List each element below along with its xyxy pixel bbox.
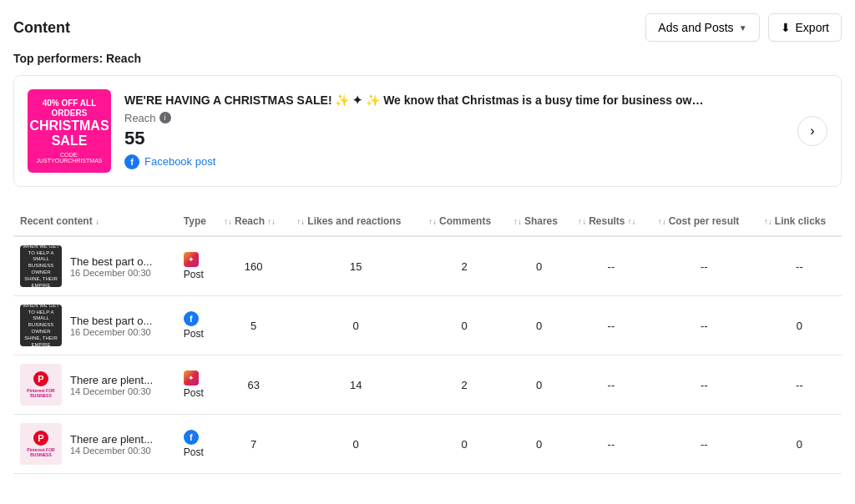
thumbnail-code-text: CODE: JUSTYOURCHRISTMAS	[33, 152, 106, 164]
results-cell: --	[571, 415, 650, 474]
facebook-icon: f	[124, 154, 139, 169]
col-comments-label: Comments	[439, 215, 491, 227]
reach-label: Reach	[124, 112, 156, 124]
sort-icon-reach[interactable]: ↑↓	[267, 217, 276, 226]
shares-cell: 0	[507, 296, 571, 355]
shares-cell: 0	[507, 415, 571, 474]
col-comments: ↑↓ Comments	[422, 207, 507, 236]
export-button[interactable]: ⬇ Export	[768, 13, 842, 42]
col-type-label: Type	[184, 215, 206, 227]
sort-icon-likes[interactable]: ↑↓	[296, 217, 305, 226]
sort-icon-recent[interactable]: ↓	[95, 217, 99, 226]
info-icon[interactable]: i	[159, 112, 171, 123]
pinterest-logo: P	[33, 431, 48, 446]
performer-platform: f Facebook post	[124, 154, 827, 169]
content-table-container: Recent content ↓ Type ↑↓ Reach ↑↓	[13, 207, 842, 474]
type-cell: f Post	[177, 296, 217, 355]
reach-label-row: Reach i	[124, 112, 827, 124]
row-thumbnail: WHEN WE GET TO HELP A SMALL BUSINESS OWN…	[20, 245, 62, 287]
performer-info: WE'RE HAVING A CHRISTMAS SALE! ✨ ✦ ✨ We …	[124, 93, 827, 169]
performer-card: 40% OFF ALL ORDERS CHRISTMAS SALE CODE: …	[13, 75, 842, 187]
performer-text: WE'RE HAVING A CHRISTMAS SALE! ✨ ✦ ✨ We …	[124, 93, 709, 107]
col-results-label: Results	[589, 215, 625, 227]
col-results: ↑↓ Results ↑↓	[571, 207, 650, 236]
thumbnail-inner-text: WHEN WE GET TO HELP A SMALL BUSINESS OWN…	[20, 245, 62, 287]
chevron-right-icon: ›	[810, 123, 814, 139]
sort-icon-results[interactable]: ↑↓	[578, 217, 586, 226]
col-reach-label: Reach	[235, 215, 265, 227]
content-meta: The best part o... 16 December 00:30	[70, 315, 152, 337]
table-row: P Pinterest FOR BUSINESS There are plent…	[13, 415, 842, 474]
type-label: Post	[184, 269, 204, 280]
type-label: Post	[184, 328, 204, 340]
ads-posts-dropdown[interactable]: Ads and Posts ▼	[645, 13, 759, 42]
next-button[interactable]: ›	[797, 116, 827, 146]
col-shares: ↑↓ Shares	[507, 207, 571, 236]
cost-per-result-cell: --	[651, 415, 757, 474]
type-label: Post	[184, 446, 204, 458]
type-cell: ✦ Post	[177, 236, 217, 296]
col-likes-label: Likes and reactions	[307, 215, 401, 227]
results-cell: --	[571, 236, 650, 296]
reach-cell: 7	[217, 415, 290, 474]
performer-thumbnail: 40% OFF ALL ORDERS CHRISTMAS SALE CODE: …	[28, 89, 111, 173]
comments-cell: 2	[422, 236, 507, 296]
content-cell: WHEN WE GET TO HELP A SMALL BUSINESS OWN…	[13, 296, 177, 355]
header: Content Ads and Posts ▼ ⬇ Export	[13, 13, 842, 42]
table-row: P Pinterest FOR BUSINESS There are plent…	[13, 355, 842, 415]
comments-cell: 0	[422, 296, 507, 355]
content-cell: P Pinterest FOR BUSINESS There are plent…	[13, 355, 177, 415]
instagram-icon: ✦	[184, 370, 199, 386]
sort-icon-results2[interactable]: ↑↓	[628, 217, 636, 226]
link-clicks-cell: --	[757, 355, 842, 415]
content-name: The best part o...	[70, 315, 152, 327]
row-thumbnail: P Pinterest FOR BUSINESS	[20, 364, 62, 406]
chevron-down-icon: ▼	[739, 23, 747, 33]
content-table: Recent content ↓ Type ↑↓ Reach ↑↓	[13, 207, 842, 474]
results-cell: --	[571, 296, 650, 355]
cost-per-result-cell: --	[651, 355, 757, 415]
col-shares-label: Shares	[524, 215, 558, 227]
sort-icon-cost[interactable]: ↑↓	[658, 217, 666, 226]
type-cell: f Post	[177, 415, 217, 474]
comments-cell: 0	[422, 415, 507, 474]
col-link-clicks-label: Link clicks	[775, 215, 826, 227]
col-recent-content: Recent content ↓	[13, 207, 177, 236]
facebook-icon: f	[184, 311, 199, 326]
sort-icon-link-clicks[interactable]: ↑↓	[764, 217, 772, 226]
shares-cell: 0	[507, 236, 571, 296]
link-clicks-cell: --	[757, 236, 842, 296]
type-label: Post	[184, 387, 204, 399]
thumbnail-inner-text: WHEN WE GET TO HELP A SMALL BUSINESS OWN…	[20, 305, 62, 346]
header-controls: Ads and Posts ▼ ⬇ Export	[645, 13, 842, 42]
thumbnail-sale-text: CHRISTMAS SALE	[29, 118, 109, 149]
reach-value: 55	[124, 128, 827, 149]
sort-icon-shares[interactable]: ↑↓	[514, 217, 522, 226]
content-name: There are plent...	[70, 374, 153, 386]
sort-icon-reach-up[interactable]: ↑↓	[224, 217, 232, 226]
content-date: 14 December 00:30	[70, 446, 153, 456]
dropdown-label: Ads and Posts	[658, 21, 733, 34]
instagram-icon: ✦	[184, 252, 199, 267]
pinterest-logo: P	[33, 371, 48, 386]
page-container: Content Ads and Posts ▼ ⬇ Export Top per…	[0, 0, 855, 504]
content-cell: WHEN WE GET TO HELP A SMALL BUSINESS OWN…	[13, 236, 177, 296]
content-name: There are plent...	[70, 433, 153, 446]
content-date: 16 December 00:30	[70, 327, 152, 337]
table-row: WHEN WE GET TO HELP A SMALL BUSINESS OWN…	[13, 296, 842, 355]
platform-label: Facebook post	[144, 155, 215, 168]
content-name: The best part o...	[70, 255, 152, 268]
col-type: Type	[177, 207, 217, 236]
content-cell: P Pinterest FOR BUSINESS There are plent…	[13, 415, 177, 474]
cost-per-result-cell: --	[651, 236, 757, 296]
likes-cell: 14	[290, 355, 422, 415]
content-date: 16 December 00:30	[70, 268, 152, 278]
page-title: Content	[13, 19, 70, 37]
shares-cell: 0	[507, 355, 571, 415]
pinterest-text: Pinterest FOR BUSINESS	[23, 388, 58, 398]
content-meta: There are plent... 14 December 00:30	[70, 374, 153, 396]
col-link-clicks: ↑↓ Link clicks	[757, 207, 842, 236]
table-row: WHEN WE GET TO HELP A SMALL BUSINESS OWN…	[13, 236, 842, 296]
sort-icon-comments[interactable]: ↑↓	[428, 217, 437, 226]
content-meta: The best part o... 16 December 00:30	[70, 255, 152, 278]
